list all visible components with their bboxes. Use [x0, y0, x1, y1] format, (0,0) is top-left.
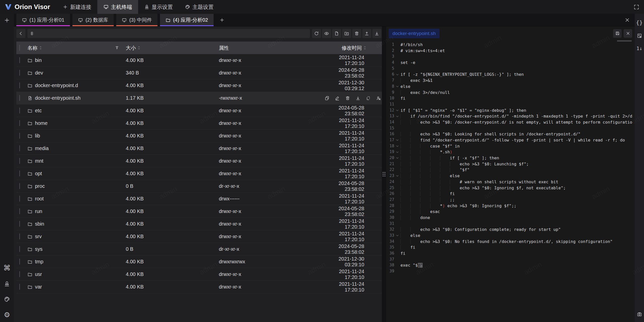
- download-button[interactable]: [372, 29, 381, 38]
- row-checkbox[interactable]: [19, 233, 20, 239]
- sort-icon[interactable]: [364, 46, 366, 50]
- path-input[interactable]: [27, 29, 310, 38]
- editor-scrollbar[interactable]: [617, 40, 632, 42]
- fullscreen-icon[interactable]: [633, 4, 639, 10]
- table-row[interactable]: run4.00 KBdrwxr-xr-x2024-05-28 23:58:02: [16, 205, 382, 218]
- gear-icon[interactable]: ⚙: [4, 311, 10, 318]
- table-row[interactable]: media4.00 KBdrwxr-xr-x2021-11-24 17:20:1…: [16, 142, 382, 155]
- row-checkbox[interactable]: [19, 196, 20, 202]
- row-checkbox[interactable]: [19, 208, 20, 214]
- braces-icon[interactable]: {}: [636, 20, 643, 25]
- terminal-tab-3[interactable]: (3) 中间件: [116, 14, 157, 26]
- row-checkbox[interactable]: [19, 246, 20, 252]
- row-checkbox[interactable]: [19, 108, 20, 114]
- fold-chevron-icon[interactable]: [394, 149, 400, 155]
- row-checkbox[interactable]: [19, 82, 20, 88]
- table-row[interactable]: var4.00 KBdrwxr-xr-x2021-11-24 17:20:10: [16, 281, 382, 293]
- menu-item-new-connection[interactable]: 新建连接: [57, 0, 97, 14]
- save-button[interactable]: [613, 29, 622, 38]
- menu-item-display-settings[interactable]: 显示设置: [138, 0, 179, 14]
- terminal-tab-1[interactable]: (1) 应用-分析01: [16, 14, 70, 26]
- close-all-tabs-button[interactable]: [624, 17, 630, 23]
- table-row[interactable]: usr4.00 KBdrwxr-xr-x2021-11-24 17:20:10: [16, 268, 382, 281]
- sort-lines-icon[interactable]: 1↓: [636, 46, 642, 51]
- table-row[interactable]: bin4.00 KBdrwxr-xr-x2021-11-24 17:20:10: [16, 54, 382, 67]
- table-row[interactable]: tmp4.00 KBdrwxrwxrwx2021-12-30 03:29:10: [16, 256, 382, 268]
- fold-chevron-icon[interactable]: [394, 113, 400, 119]
- user-permission-icon[interactable]: [376, 96, 381, 101]
- command-icon[interactable]: ⌘: [3, 264, 11, 272]
- table-row[interactable]: dev340 Bdrwxr-xr-x2024-05-28 23:58:02: [16, 67, 382, 79]
- table-row-selected[interactable]: docker-entrypoint.sh1.17 KB-rwxrwxr-x: [16, 92, 382, 104]
- table-row[interactable]: home4.00 KBdrwxr-xr-x2021-11-24 17:20:10: [16, 117, 382, 130]
- table-row[interactable]: srv4.00 KBdrwxr-xr-x2021-11-24 17:20:10: [16, 230, 382, 243]
- select-all-checkbox[interactable]: [19, 45, 20, 51]
- menu-item-host-terminal[interactable]: 主机终端: [97, 0, 138, 14]
- palette-icon[interactable]: [4, 296, 10, 302]
- menu-item-theme-settings[interactable]: 主题设置: [179, 0, 220, 14]
- row-checkbox[interactable]: [19, 57, 20, 63]
- fold-chevron-icon[interactable]: [394, 155, 400, 161]
- fold-chevron-icon[interactable]: [394, 233, 400, 239]
- fold-chevron-icon[interactable]: [394, 108, 400, 114]
- table-row[interactable]: proc0 Bdr-xr-xr-x2024-05-28 23:58:02: [16, 180, 382, 193]
- row-checkbox[interactable]: [19, 133, 20, 139]
- new-file-button[interactable]: [332, 29, 341, 38]
- camera-icon[interactable]: [637, 311, 642, 317]
- new-folder-button[interactable]: [342, 29, 351, 38]
- terminal-tab-4[interactable]: (4) 应用-分析02: [160, 14, 214, 26]
- move-icon[interactable]: [366, 96, 371, 101]
- table-row[interactable]: sys0 Bdr-xr-xr-x2024-05-28 23:58:02: [16, 243, 382, 256]
- file-bookmark-icon[interactable]: [637, 33, 642, 39]
- row-checkbox[interactable]: [19, 284, 20, 290]
- table-row[interactable]: root4.00 KBdrwx------2021-11-24 17:20:10: [16, 193, 382, 205]
- table-row[interactable]: mnt4.00 KBdrwxr-xr-x2021-11-24 17:20:10: [16, 155, 382, 167]
- row-checkbox[interactable]: [19, 145, 20, 151]
- row-checkbox[interactable]: [19, 70, 20, 76]
- row-checkbox[interactable]: [19, 120, 20, 126]
- row-checkbox[interactable]: [19, 170, 20, 176]
- row-filename: tmp: [35, 259, 43, 265]
- download-icon[interactable]: [355, 96, 360, 101]
- copy-icon[interactable]: [325, 96, 330, 101]
- row-checkbox[interactable]: [19, 221, 20, 227]
- add-tab-button[interactable]: [216, 14, 228, 26]
- sort-icon[interactable]: [39, 46, 42, 50]
- editor-file-tab[interactable]: docker-entrypoint.sh: [389, 29, 439, 38]
- trash-icon[interactable]: [345, 96, 350, 101]
- row-checkbox[interactable]: [19, 183, 20, 189]
- stamp-icon[interactable]: [4, 281, 10, 287]
- fold-chevron-icon[interactable]: [394, 143, 400, 149]
- panel-splitter[interactable]: [382, 26, 386, 322]
- row-attr: drwxr-xr-x: [219, 158, 325, 164]
- upload-button[interactable]: [362, 29, 371, 38]
- fold-chevron-icon[interactable]: [394, 173, 400, 179]
- back-button[interactable]: [16, 29, 25, 38]
- fold-chevron-icon[interactable]: [394, 71, 400, 78]
- row-checkbox[interactable]: [19, 259, 20, 265]
- row-checkbox[interactable]: [19, 95, 20, 101]
- row-checkbox[interactable]: [19, 271, 20, 277]
- editor-close-button[interactable]: [624, 29, 632, 38]
- table-row[interactable]: etc4.00 KBdrwxr-xr-x2024-05-28 23:58:02: [16, 104, 382, 117]
- eye-button[interactable]: [322, 29, 331, 38]
- table-row[interactable]: docker-entrypoint.d4.00 KBdrwxr-xr-x2021…: [16, 79, 382, 92]
- table-row[interactable]: opt4.00 KBdrwxr-xr-x2021-11-24 17:20:10: [16, 167, 382, 180]
- pencil-icon[interactable]: [335, 96, 340, 101]
- plus-icon[interactable]: [4, 17, 10, 23]
- table-row[interactable]: sbin4.00 KBdrwxr-xr-x2021-11-24 17:20:10: [16, 218, 382, 230]
- fold-chevron-icon[interactable]: [394, 84, 400, 90]
- terminal-tab-2[interactable]: (2) 数据库: [72, 14, 114, 26]
- row-filename: dev: [35, 70, 43, 76]
- trash-button[interactable]: [352, 29, 361, 38]
- code-line: 26 fi: [386, 191, 635, 197]
- code-line: 23 else: [386, 173, 635, 179]
- filter-icon[interactable]: [115, 46, 119, 50]
- row-checkbox[interactable]: [19, 158, 20, 164]
- fold-chevron-icon[interactable]: [394, 137, 400, 143]
- table-row[interactable]: lib4.00 KBdrwxr-xr-x2021-11-24 17:20:10: [16, 130, 382, 142]
- code-editor[interactable]: 1#!/bin/sh2# vim:sw=4:ts=4:et34set -e56i…: [386, 40, 635, 322]
- refresh-button[interactable]: [312, 29, 321, 38]
- line-number: 14: [386, 119, 394, 125]
- sort-icon[interactable]: [138, 46, 140, 50]
